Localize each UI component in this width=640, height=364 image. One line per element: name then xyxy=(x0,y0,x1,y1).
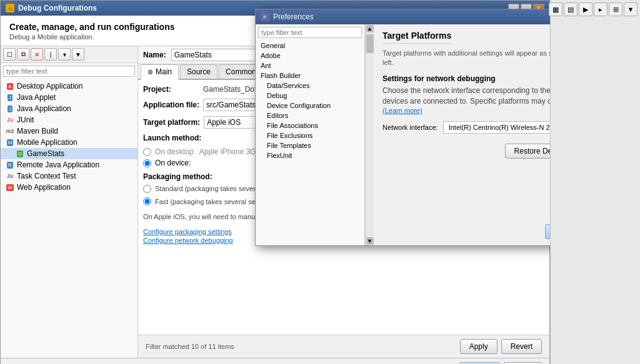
java-applet-icon: J xyxy=(6,93,14,102)
network-interface-label: Network interface: xyxy=(382,124,438,131)
junit-label: JUnit xyxy=(17,116,34,124)
collapse-button[interactable]: ▾ xyxy=(58,48,71,61)
left-panel: ☐ ⧉ ✕ | ▾ ▼ A Desktop Application J Java… xyxy=(1,46,138,358)
debug-window-title: Debug Configurations xyxy=(18,4,97,12)
tab-main-icon: ⚙ xyxy=(148,69,153,76)
sidebar-icon-2[interactable]: ▤ xyxy=(564,2,578,16)
sidebar-icon-row-1: ▦ ▤ ▶ ▸ ⊞ ▼ xyxy=(549,2,638,16)
on-device-label: On device: xyxy=(155,159,191,167)
java-applet-label: Java Applet xyxy=(17,93,56,102)
configure-network-link[interactable]: Configure network debugging xyxy=(143,237,233,244)
app-file-label: Application file: xyxy=(143,101,199,109)
configure-packaging-link[interactable]: Configure packaging settings xyxy=(143,228,232,235)
left-toolbar: ☐ ⧉ ✕ | ▾ ▼ xyxy=(1,46,138,63)
pref-item-file-tmpl[interactable]: File Templates xyxy=(256,140,364,150)
name-label: Name: xyxy=(143,51,166,59)
gamestats-icon: G xyxy=(16,149,24,158)
new-config-button[interactable]: ☐ xyxy=(3,48,16,61)
apply-button[interactable]: Apply xyxy=(460,339,498,354)
tree-item-java-applet[interactable]: J Java Applet xyxy=(1,92,138,103)
tab-common-label: Common xyxy=(226,67,256,76)
remote-java-label: Remote Java Application xyxy=(17,160,99,169)
sidebar-icon-3[interactable]: ▶ xyxy=(579,2,592,16)
standard-radio[interactable] xyxy=(143,185,151,193)
config-filter-input[interactable] xyxy=(3,66,135,77)
fast-radio[interactable] xyxy=(143,197,151,205)
config-tree: A Desktop Application J Java Applet J Ja… xyxy=(1,79,138,358)
pref-item-file-excl[interactable]: File Exclusions xyxy=(256,130,364,140)
scroll-down-button[interactable]: ▼ xyxy=(366,237,374,245)
maven-icon: m2 xyxy=(6,127,14,135)
on-desktop-label: On desktop: xyxy=(155,147,196,156)
mobile-app-icon: M xyxy=(6,138,14,147)
learn-more-network-link[interactable]: (Learn more) xyxy=(382,107,422,114)
desktop-app-label: Desktop Application xyxy=(17,82,82,91)
sidebar-icon-4[interactable]: ▸ xyxy=(594,2,608,16)
tree-item-remote-java[interactable]: R Remote Java Application xyxy=(1,159,138,170)
sidebar-icon-1[interactable]: ▦ xyxy=(549,2,562,16)
tree-item-mobile-app[interactable]: M Mobile Application xyxy=(1,137,138,148)
pref-left-panel: General Adobe Ant Flash Builder Data/Ser… xyxy=(256,24,365,245)
delete-config-button[interactable]: ✕ xyxy=(31,48,43,61)
filter-status: Filter matched 10 of 11 items xyxy=(146,343,456,350)
tree-item-maven[interactable]: m2 Maven Build xyxy=(1,125,138,137)
pref-tree-scrollbar[interactable]: ▲ ▼ xyxy=(365,24,374,245)
desktop-app-icon: A xyxy=(6,82,14,91)
on-desktop-value: Apple iPhone 3GS xyxy=(199,147,261,156)
pref-item-flash-builder[interactable]: Flash Builder xyxy=(256,71,364,81)
project-label: Project: xyxy=(143,85,199,94)
debug-window-icon: 🐛 xyxy=(6,4,14,12)
tree-item-web-app[interactable]: W Web Application xyxy=(1,182,138,193)
tree-item-task-context[interactable]: Ju Task Context Test xyxy=(1,170,138,182)
maven-label: Maven Build xyxy=(17,127,58,135)
pref-section-title: Target Platforms xyxy=(382,31,451,44)
web-app-icon: W xyxy=(6,183,14,192)
tab-source-label: Source xyxy=(187,67,211,76)
pref-item-data-services[interactable]: Data/Services xyxy=(256,81,364,91)
pref-tree: General Adobe Ant Flash Builder Data/Ser… xyxy=(256,41,364,245)
pref-item-device-config[interactable]: Device Configuration xyxy=(256,101,364,111)
revert-button[interactable]: Revert xyxy=(501,339,542,354)
pref-window-title: Preferences xyxy=(273,12,314,21)
pref-item-debug[interactable]: Debug xyxy=(256,91,364,101)
sidebar-icon-6[interactable]: ▼ xyxy=(624,2,638,16)
tree-item-java-app[interactable]: J Java Application xyxy=(1,103,138,114)
tab-source[interactable]: Source xyxy=(180,64,218,79)
filter-config-button[interactable]: | xyxy=(44,48,57,61)
java-app-label: Java Application xyxy=(17,104,71,113)
pref-item-editors[interactable]: Editors xyxy=(256,111,364,121)
target-platform-label: Target platform: xyxy=(143,118,200,127)
launch-method-label: Launch method: xyxy=(143,134,201,142)
on-device-radio[interactable] xyxy=(143,159,151,167)
copy-config-button[interactable]: ⧉ xyxy=(17,48,29,61)
tree-item-gamestats[interactable]: G GameStats xyxy=(1,148,138,159)
mobile-app-label: Mobile Application xyxy=(17,138,78,147)
pref-item-file-assoc[interactable]: File Associations xyxy=(256,121,364,130)
task-context-label: Task Context Test xyxy=(17,172,76,180)
tree-item-desktop-app[interactable]: A Desktop Application xyxy=(1,81,138,92)
on-desktop-radio[interactable] xyxy=(143,148,151,156)
task-context-icon: Ju xyxy=(6,172,14,180)
gamestats-label: GameStats xyxy=(27,149,64,158)
tree-item-junit[interactable]: Ju JUnit xyxy=(1,114,138,125)
sidebar-icon-5[interactable]: ⊞ xyxy=(609,2,622,16)
pref-window-icon: P xyxy=(261,12,269,21)
pref-item-flexunit[interactable]: FlexUnit xyxy=(256,150,364,160)
footer-bar: ? Debug Close xyxy=(1,358,549,364)
more-button[interactable]: ▼ xyxy=(72,48,84,61)
pref-item-ant[interactable]: Ant xyxy=(256,61,364,71)
scroll-up-button[interactable]: ▲ xyxy=(366,25,374,32)
tab-main-label: Main xyxy=(156,67,172,76)
right-sidebar: ▦ ▤ ▶ ▸ ⊞ ▼ xyxy=(550,0,640,364)
web-app-label: Web Application xyxy=(17,183,71,192)
sidebar-icons: ▦ ▤ ▶ ▸ ⊞ ▼ xyxy=(551,0,640,19)
tab-main[interactable]: ⚙ Main xyxy=(141,64,179,80)
config-bottom-buttons: Filter matched 10 of 11 items Apply Reve… xyxy=(138,335,549,358)
pref-filter-input[interactable] xyxy=(258,27,362,38)
junit-icon: Ju xyxy=(6,116,14,124)
java-app-icon: J xyxy=(6,104,14,113)
pref-item-general[interactable]: General xyxy=(256,41,364,51)
remote-java-icon: R xyxy=(6,160,14,169)
pref-item-adobe[interactable]: Adobe xyxy=(256,51,364,61)
scroll-thumb xyxy=(366,34,374,53)
